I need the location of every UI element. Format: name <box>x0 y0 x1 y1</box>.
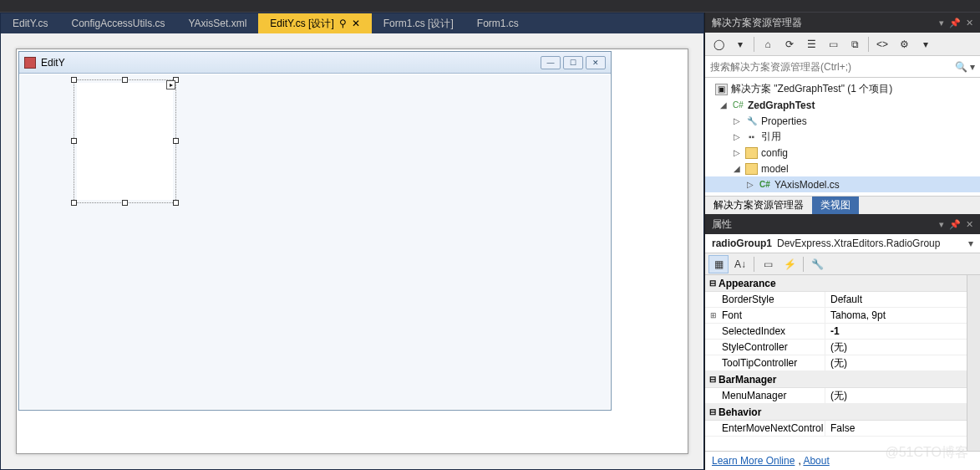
property-row[interactable]: MenuManager(无) <box>705 388 967 404</box>
about-link[interactable]: About <box>803 455 829 467</box>
property-category[interactable]: ⊟BarManager <box>705 371 967 388</box>
property-value[interactable]: False <box>825 421 967 436</box>
property-object-selector[interactable]: radioGroup1 DevExpress.XtraEditors.Radio… <box>705 234 980 253</box>
tab-class-view[interactable]: 类视图 <box>812 197 859 214</box>
dropdown-icon[interactable]: ▾ <box>968 238 973 249</box>
categorized-icon[interactable]: ▦ <box>708 255 729 273</box>
close-icon[interactable]: ✕ <box>966 18 973 28</box>
expand-icon[interactable]: ▷ <box>732 132 742 141</box>
home-icon[interactable]: ⌂ <box>758 35 778 54</box>
search-icon[interactable]: 🔍 ▾ <box>955 61 975 73</box>
solution-explorer-header: 解决方案资源管理器 ▾ 📌 ✕ <box>705 13 980 33</box>
pending-icon[interactable]: ☰ <box>801 35 821 54</box>
events-icon[interactable]: ⚡ <box>779 255 800 273</box>
document-tab[interactable]: ConfigAccessUtils.cs <box>59 13 176 33</box>
show-all-icon[interactable]: ▭ <box>823 35 843 54</box>
property-row[interactable]: EnterMoveNextControlFalse <box>705 421 967 437</box>
tree-label: 解决方案 "ZedGraphTest" (1 个项目) <box>731 82 892 96</box>
scrollbar[interactable] <box>967 275 980 451</box>
document-tab[interactable]: EditY.cs [设计]⚲✕ <box>258 13 371 33</box>
property-pages-icon[interactable]: 🔧 <box>807 255 827 273</box>
property-value[interactable]: Default <box>825 292 967 307</box>
tree-solution[interactable]: ▣ 解决方案 "ZedGraphTest" (1 个项目) <box>705 81 980 97</box>
form-preview[interactable]: EditY — ☐ ✕ <box>18 51 612 411</box>
resize-handle[interactable] <box>122 200 128 206</box>
property-name: Font <box>705 308 825 323</box>
forward-icon[interactable]: ▾ <box>730 35 750 54</box>
property-name: SelectedIndex <box>705 324 825 339</box>
sync-icon[interactable]: ⟳ <box>779 35 800 54</box>
back-icon[interactable]: ◯ <box>708 35 729 54</box>
property-row[interactable]: StyleController(无) <box>705 340 967 355</box>
properties-icon[interactable]: ⚙ <box>894 35 914 54</box>
property-value[interactable]: (无) <box>825 355 967 370</box>
property-category[interactable]: ⊟Appearance <box>705 275 967 292</box>
minimize-button[interactable]: — <box>541 56 561 69</box>
close-button[interactable]: ✕ <box>586 56 606 69</box>
solution-explorer-tabs: 解决方案资源管理器 类视图 <box>705 196 980 214</box>
solution-icon: ▣ <box>715 84 728 95</box>
property-name: BorderStyle <box>705 292 825 307</box>
tab-solution-explorer[interactable]: 解决方案资源管理器 <box>705 197 812 214</box>
property-value[interactable]: (无) <box>825 340 967 355</box>
tree-references[interactable]: ▷ ▪▪ 引用 <box>705 129 980 145</box>
document-tab[interactable]: YAxisSet.xml <box>177 13 259 33</box>
close-icon[interactable]: ✕ <box>966 219 973 230</box>
property-row[interactable]: ToolTipController(无) <box>705 355 967 371</box>
resize-handle[interactable] <box>173 138 179 144</box>
search-input[interactable] <box>710 61 955 73</box>
tree-file[interactable]: ▷ C# YAxisModel.cs <box>705 176 980 192</box>
tree-label: ZedGraphTest <box>748 100 815 111</box>
resize-handle[interactable] <box>71 200 77 206</box>
property-row[interactable]: SelectedIndex-1 <box>705 324 967 340</box>
maximize-button[interactable]: ☐ <box>563 56 583 69</box>
expand-icon[interactable]: ◢ <box>718 100 729 110</box>
property-value[interactable]: (无) <box>825 388 967 403</box>
pin-icon[interactable]: 📌 <box>949 219 961 230</box>
pin-icon[interactable]: ⚲ <box>339 18 347 29</box>
panel-menu-icon[interactable]: ▾ <box>939 219 944 230</box>
preview-icon[interactable]: ▾ <box>916 35 936 54</box>
resize-handle[interactable] <box>71 77 77 83</box>
document-tab[interactable]: EditY.cs <box>1 13 59 33</box>
panel-menu-icon[interactable]: ▾ <box>939 18 944 28</box>
properties-title: 属性 <box>712 217 732 232</box>
property-value[interactable]: -1 <box>825 324 967 339</box>
form-body[interactable]: ▸ <box>20 74 610 409</box>
solution-explorer-search[interactable]: 🔍 ▾ <box>705 56 980 78</box>
property-grid[interactable]: ⊟AppearanceBorderStyleDefaultFontTahoma,… <box>705 275 967 451</box>
property-links: Learn More Online, About <box>705 451 980 470</box>
resize-handle[interactable] <box>71 138 77 144</box>
properties-page-icon[interactable]: ▭ <box>758 255 778 273</box>
property-row[interactable]: BorderStyleDefault <box>705 292 967 308</box>
designer-surface[interactable]: EditY — ☐ ✕ <box>16 49 688 454</box>
tree-folder-model[interactable]: ◢ model <box>705 161 980 176</box>
expand-icon[interactable]: ▷ <box>732 148 742 157</box>
tree-properties[interactable]: ▷ 🔧 Properties <box>705 113 980 129</box>
radiogroup-control[interactable]: ▸ <box>77 83 173 200</box>
close-icon[interactable]: ✕ <box>352 18 360 29</box>
document-tab[interactable]: Form1.cs <box>465 13 531 33</box>
expand-icon[interactable]: ▷ <box>745 180 755 189</box>
collapse-icon[interactable]: ⊟ <box>707 278 718 288</box>
learn-more-link[interactable]: Learn More Online <box>712 455 795 467</box>
collapse-icon[interactable]: ⊟ <box>707 375 718 384</box>
smart-tag-glyph[interactable]: ▸ <box>166 80 175 89</box>
expand-icon[interactable]: ▷ <box>732 116 742 125</box>
property-row[interactable]: FontTahoma, 9pt <box>705 308 967 324</box>
alphabetical-icon[interactable]: A↓ <box>730 255 750 273</box>
resize-handle[interactable] <box>173 200 179 206</box>
pin-icon[interactable]: 📌 <box>949 18 961 28</box>
expand-icon[interactable]: ◢ <box>732 164 742 173</box>
references-icon: ▪▪ <box>745 131 758 143</box>
collapse-icon[interactable]: ⊟ <box>707 407 718 416</box>
property-category[interactable]: ⊟Behavior <box>705 404 967 421</box>
view-code-icon[interactable]: <> <box>872 35 892 54</box>
collapse-icon[interactable]: ⧉ <box>845 35 865 54</box>
property-value[interactable]: Tahoma, 9pt <box>825 308 967 323</box>
tree-project[interactable]: ◢ C# ZedGraphTest <box>705 97 980 113</box>
resize-handle[interactable] <box>122 77 128 83</box>
document-tabs: EditY.csConfigAccessUtils.csYAxisSet.xml… <box>1 13 703 33</box>
document-tab[interactable]: Form1.cs [设计] <box>372 13 465 33</box>
tree-folder-config[interactable]: ▷ config <box>705 145 980 161</box>
